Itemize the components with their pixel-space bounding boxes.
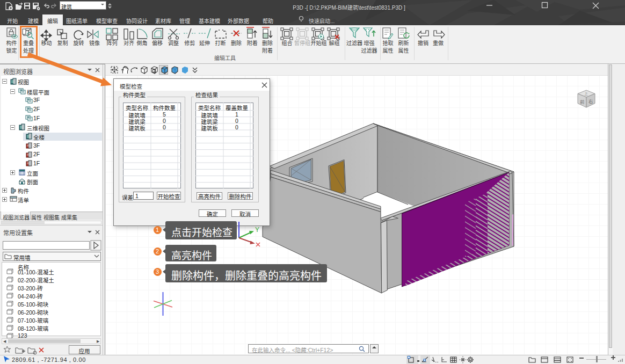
svg-text:右: 右 — [588, 98, 593, 104]
svg-text:上: 上 — [584, 91, 588, 96]
svg-text:前: 前 — [580, 98, 585, 105]
svg-text:Y: Y — [255, 226, 259, 234]
